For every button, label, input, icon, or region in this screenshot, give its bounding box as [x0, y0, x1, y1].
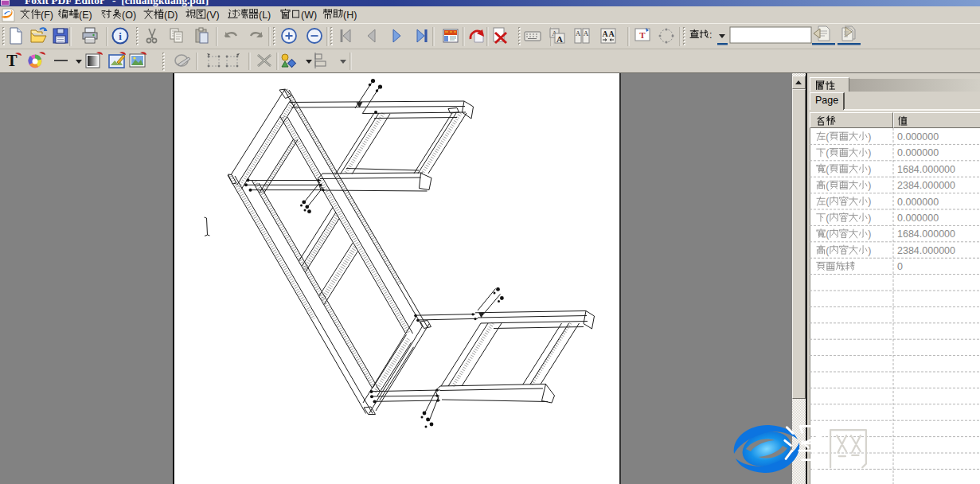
svg-text:2384.000000: 2384.000000	[897, 180, 955, 191]
svg-text:(: (	[826, 164, 830, 175]
svg-text:): )	[868, 245, 871, 256]
svg-text:0.000000: 0.000000	[897, 131, 939, 142]
svg-text:1684.000000: 1684.000000	[897, 164, 955, 175]
svg-text:): )	[868, 164, 871, 175]
svg-text:): )	[868, 228, 871, 240]
svg-text:(: (	[826, 213, 830, 224]
svg-text:1684.000000: 1684.000000	[897, 228, 955, 240]
svg-text:(: (	[826, 180, 830, 191]
svg-text:): )	[868, 213, 871, 224]
svg-text:0.000000: 0.000000	[897, 147, 939, 158]
svg-text:0.000000: 0.000000	[897, 197, 939, 208]
svg-text:2384.000000: 2384.000000	[897, 245, 955, 256]
svg-text:): )	[868, 131, 871, 142]
svg-text:0.000000: 0.000000	[897, 213, 939, 224]
svg-text:): )	[868, 147, 871, 158]
svg-text:(: (	[826, 196, 830, 207]
svg-text:): )	[868, 180, 871, 191]
svg-text:0: 0	[897, 261, 903, 272]
svg-text:(: (	[826, 245, 830, 256]
svg-text:): )	[868, 196, 871, 207]
svg-text:(: (	[826, 228, 830, 240]
svg-text:(: (	[826, 147, 830, 158]
svg-text:(: (	[826, 131, 830, 142]
